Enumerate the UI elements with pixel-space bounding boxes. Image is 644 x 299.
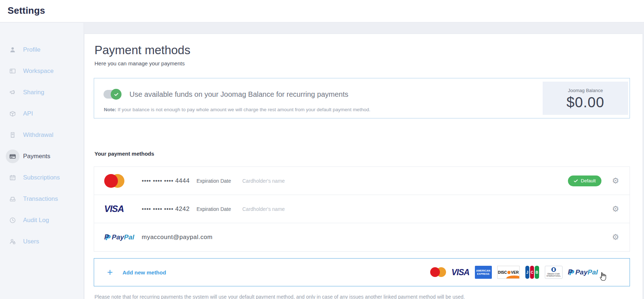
expiration-date-label: Expiration Date — [197, 178, 242, 184]
sidebar-item-label: Withdrawal — [23, 131, 53, 139]
mastercard-logo-icon — [430, 267, 446, 277]
jcb-logo-icon: JCB — [525, 266, 539, 279]
note-prefix: Note: — [104, 107, 116, 112]
sidebar-item-label: Audit Log — [23, 217, 49, 224]
sidebar-item-profile[interactable]: Profile — [0, 39, 84, 60]
discover-logo-icon: DISCVER — [497, 266, 520, 279]
payment-method-row-visa: VISA •••• •••• •••• 4242 Expiration Date… — [94, 195, 630, 223]
default-badge-button[interactable]: Default — [568, 176, 601, 186]
check-icon — [574, 179, 578, 183]
plus-icon: + — [107, 267, 113, 278]
sidebar-item-label: API — [23, 110, 33, 117]
sidebar-item-label: Payments — [23, 153, 50, 160]
cardholder-name-label: Cardholder's name — [242, 206, 285, 212]
gear-icon[interactable]: ⚙ — [611, 233, 620, 242]
payments-panel: Payment methods Here you can manage your… — [84, 34, 643, 299]
note-text: If your balance is not enough to pay who… — [118, 107, 370, 112]
sidebar-item-audit-log[interactable]: Audit Log — [0, 209, 84, 231]
use-balance-toggle[interactable] — [103, 90, 120, 99]
joomag-balance-panel: Use available funds on your Joomag Balan… — [94, 78, 630, 118]
sidebar-item-users[interactable]: Users — [0, 231, 84, 252]
paypal-logo-icon: PP PayPal — [104, 233, 134, 242]
sidebar-item-label: Subscriptions — [23, 174, 60, 181]
sidebar-item-transactions[interactable]: Transactions — [0, 188, 84, 209]
balance-note: Note: If your balance is not enough to p… — [104, 107, 370, 112]
card-number: •••• •••• •••• 4242 — [142, 205, 197, 213]
default-label: Default — [581, 178, 596, 183]
expiration-date-label: Expiration Date — [197, 206, 242, 212]
clock-icon — [6, 213, 19, 227]
recurring-payments-note: Please note that for recurring payments … — [94, 294, 630, 299]
user-icon — [6, 43, 19, 57]
user-lock-icon — [6, 235, 19, 248]
mastercard-logo-icon — [104, 174, 124, 188]
add-method-label: Add new method — [123, 269, 166, 276]
sidebar-item-subscriptions[interactable]: Subscriptions — [0, 167, 84, 188]
sidebar-item-label: Workspace — [23, 68, 54, 75]
page-title: Settings — [0, 0, 644, 16]
workspace-icon — [6, 64, 19, 78]
toggle-check-icon — [111, 89, 122, 100]
sidebar-item-sharing[interactable]: Sharing — [0, 82, 84, 103]
paypal-logo-icon: PP PayPal — [568, 268, 598, 277]
sidebar-item-label: Profile — [23, 46, 40, 53]
section-title: Payment methods — [94, 43, 630, 57]
calendar-icon — [6, 171, 19, 185]
toggle-label: Use available funds on your Joomag Balan… — [129, 90, 348, 99]
visa-logo-icon: VISA — [451, 268, 469, 277]
payment-method-row-paypal: PP PayPal myaccount@paypal.com ⚙ — [94, 223, 630, 251]
receipt-icon — [6, 128, 19, 142]
settings-sidebar: Profile Workspace Sharing API Withdrawal — [0, 23, 84, 299]
sidebar-item-workspace[interactable]: Workspace — [0, 60, 84, 82]
sidebar-item-label: Sharing — [23, 89, 44, 96]
top-bar: Settings — [0, 0, 644, 22]
paypal-account: myaccount@paypal.com — [142, 234, 212, 241]
joomag-balance-box: Joomag Balance $0.00 — [543, 82, 628, 115]
gear-icon[interactable]: ⚙ — [611, 176, 620, 186]
inbox-icon — [6, 192, 19, 206]
sidebar-item-label: Transactions — [23, 195, 58, 203]
diners-club-logo-icon: Diners Club INTERNATIONAL — [545, 266, 563, 279]
accepted-brands: VISA AMERICAN EXPRESS DISCVER JCB Diners… — [425, 266, 620, 279]
add-new-method-button[interactable]: + Add new method VISA AMERICAN EXPRESS D… — [94, 258, 630, 286]
balance-amount: $0.00 — [543, 94, 628, 110]
methods-heading: Your payment methods — [94, 150, 630, 157]
sidebar-item-label: Users — [23, 238, 39, 245]
section-subtitle: Here you can manage your payments — [94, 60, 630, 67]
payment-methods-list: •••• •••• •••• 4444 Expiration Date Card… — [94, 166, 630, 252]
card-number: •••• •••• •••• 4444 — [142, 177, 197, 185]
sidebar-item-payments[interactable]: Payments — [0, 146, 84, 167]
sidebar-item-api[interactable]: API — [0, 103, 84, 124]
amex-logo-icon: AMERICAN EXPRESS — [475, 266, 492, 279]
credit-card-icon — [6, 150, 19, 163]
gear-icon[interactable]: ⚙ — [611, 204, 620, 214]
cardholder-name-label: Cardholder's name — [242, 178, 285, 184]
payment-method-row-mastercard: •••• •••• •••• 4444 Expiration Date Card… — [94, 167, 630, 195]
sidebar-item-withdrawal[interactable]: Withdrawal — [0, 124, 84, 146]
balance-label: Joomag Balance — [543, 88, 628, 93]
visa-logo-icon: VISA — [104, 204, 124, 214]
megaphone-icon — [6, 86, 19, 99]
package-icon — [6, 107, 19, 121]
